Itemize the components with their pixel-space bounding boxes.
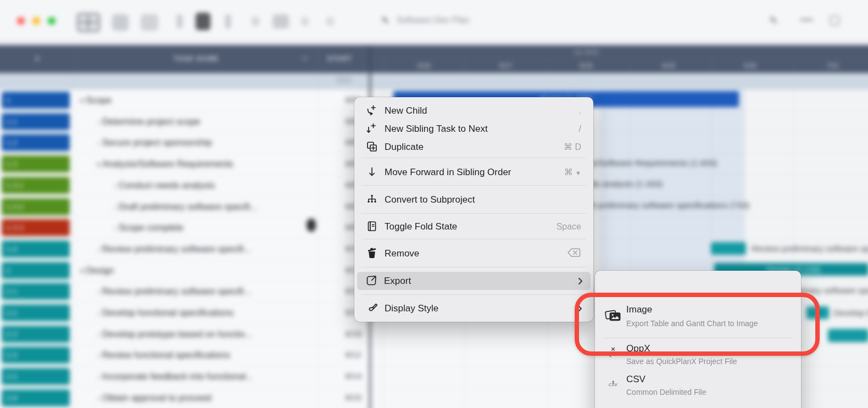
menu-item-move-forward[interactable]: Move Forward in Sibling Order ⌘ ▼ [358, 163, 590, 181]
row-badge[interactable]: 2.2 [2, 304, 70, 321]
task-name[interactable]: ○ Review preliminary software specifi... [97, 281, 251, 302]
task-name[interactable]: ○ Develop functional specifications [97, 302, 233, 323]
row-badge[interactable]: 2.6 [2, 389, 70, 406]
document-edit-icon: ✎ [381, 15, 389, 26]
row-badge[interactable]: 1.3.2 [2, 198, 70, 215]
fold-column-chevron-icon [301, 56, 309, 62]
gantt-day-label: 6/26 [408, 59, 441, 73]
paintbrush-icon [365, 301, 380, 316]
menu-item-toggle-fold[interactable]: Toggle Fold State Space [358, 217, 590, 236]
column-divider [75, 73, 75, 408]
task-name[interactable]: ○ Review preliminary software specifi... [97, 238, 251, 260]
row-badge[interactable]: 1.3 [2, 155, 70, 172]
gantt-bar-develop-prototype[interactable] [828, 329, 868, 342]
start-date[interactable]: 6/14 [315, 366, 361, 387]
gantt-day-label: 6/30 [734, 59, 767, 73]
row-badge[interactable]: 1.1 [2, 113, 70, 130]
trash-icon [365, 247, 380, 261]
task-bullet-icon: ○ [97, 289, 102, 295]
gantt-bar-label: Draft preliminary software specification… [577, 200, 749, 211]
menu-item-new-child[interactable]: New Child . [358, 102, 590, 120]
task-name[interactable]: ▾ Scope [80, 90, 112, 111]
toggle-fold-icon [365, 220, 380, 234]
task-name[interactable]: ○ Draft preliminary software specifi... [113, 196, 258, 217]
duplicate-icon [365, 140, 380, 154]
toolbar-icon-7[interactable] [326, 17, 334, 26]
start-date[interactable]: 6/15 [315, 387, 361, 408]
column-header-task-name: TASK NAME [75, 45, 318, 73]
menu-item-export[interactable]: Export [357, 272, 591, 290]
column-header-start: START [318, 45, 361, 73]
menu-item-new-sibling[interactable]: New Sibling Task to Next / [358, 120, 590, 138]
table-subheader-row [0, 73, 868, 90]
toolbar-icon-5[interactable] [272, 14, 289, 29]
minimize-window-button[interactable] [32, 17, 40, 25]
row-badge[interactable]: 1.3.1 [2, 177, 70, 194]
app-window: ✎ Software Dev Plan ✎ # TASK NAME START … [0, 0, 868, 408]
view-layout-icon[interactable] [77, 13, 100, 32]
task-name[interactable]: ▾ Analysis/Software Requirements [97, 153, 233, 175]
collapse-toolbar-icon[interactable] [800, 19, 813, 21]
export-icon [365, 274, 379, 288]
row-badge[interactable]: 2.1 [2, 283, 70, 300]
header-day-tick [630, 59, 630, 73]
task-name[interactable]: ○ Secure project sponsorship [97, 132, 212, 153]
menu-item-duplicate[interactable]: Duplicate ⌘ D [358, 138, 590, 156]
fold-twisty-icon[interactable]: ▾ [97, 160, 102, 169]
move-forward-icon [365, 165, 380, 180]
frame-icon[interactable] [830, 15, 840, 26]
row-badge[interactable]: 2 [2, 262, 70, 279]
fold-twisty-icon[interactable]: ▾ [80, 97, 86, 105]
edit-mode-icon[interactable]: ✎ [769, 14, 778, 27]
task-name[interactable]: ▾ Design [80, 260, 114, 281]
zoom-window-button[interactable] [48, 17, 55, 25]
task-name[interactable]: ○ Review functional specifications [97, 344, 230, 366]
menu-separator [361, 239, 586, 239]
gantt-day-label: 6/29 [652, 59, 685, 73]
start-date[interactable]: 6/16 [315, 323, 361, 345]
gantt-bar-review-preliminary[interactable] [711, 242, 746, 255]
task-bullet-icon: ○ [97, 119, 102, 126]
task-bullet-icon: ○ [97, 395, 102, 402]
menu-item-display-style[interactable]: Display Style [358, 299, 590, 317]
close-window-button[interactable] [17, 17, 25, 25]
task-bullet-icon: ○ [113, 225, 119, 232]
menu-separator [361, 294, 586, 295]
header-divider [318, 45, 318, 73]
task-name[interactable]: ○ Scope complete [113, 217, 183, 238]
mouse-cursor [307, 219, 316, 232]
row-badge[interactable]: 1.3.3 [2, 219, 70, 236]
task-bullet-icon: ○ [97, 353, 102, 359]
task-name[interactable]: ○ Incorporate feedback into functional..… [97, 366, 253, 387]
toolbar-icon-3[interactable] [141, 14, 158, 31]
toolbar-icon-4[interactable] [252, 16, 259, 26]
row-badge[interactable]: 2.4 [2, 346, 70, 364]
header-day-tick [465, 59, 465, 73]
toolbar-divider-1 [177, 14, 182, 29]
subheader-date-smudge [336, 77, 352, 83]
task-name[interactable]: ○ Conduct needs analysis [113, 175, 215, 196]
task-bullet-icon: ○ [97, 374, 102, 381]
panel-toggle-icon[interactable] [196, 13, 210, 30]
menu-item-convert-subproject[interactable]: Convert to Subproject [358, 191, 590, 209]
header-divider [75, 45, 76, 73]
gantt-month-label: Jul 2023 [542, 45, 630, 59]
row-badge[interactable]: 1.2 [2, 134, 70, 151]
task-bullet-icon: ○ [97, 140, 102, 147]
task-bullet-icon: ○ [97, 332, 102, 338]
task-name[interactable]: ○ Determine project scope [97, 111, 201, 132]
toolbar-icon-2[interactable] [112, 14, 129, 31]
task-name[interactable]: ○ Obtain approval to proceed [97, 387, 212, 408]
row-badge[interactable]: 2.3 [2, 326, 70, 343]
fold-twisty-icon[interactable]: ▾ [80, 267, 86, 275]
start-date[interactable]: 6/12 [315, 344, 361, 366]
row-badge[interactable]: 1 [2, 92, 70, 109]
table-row-line [0, 217, 369, 217]
row-badge[interactable]: 2.5 [2, 368, 70, 385]
row-badge[interactable]: 1.4 [2, 241, 70, 258]
task-bullet-icon: ○ [97, 247, 102, 253]
menu-separator [361, 158, 586, 158]
toolbar-icon-6[interactable] [301, 17, 309, 26]
menu-item-remove[interactable]: Remove [358, 244, 590, 262]
task-name[interactable]: ○ Develop prototype based on functio... [97, 323, 252, 345]
